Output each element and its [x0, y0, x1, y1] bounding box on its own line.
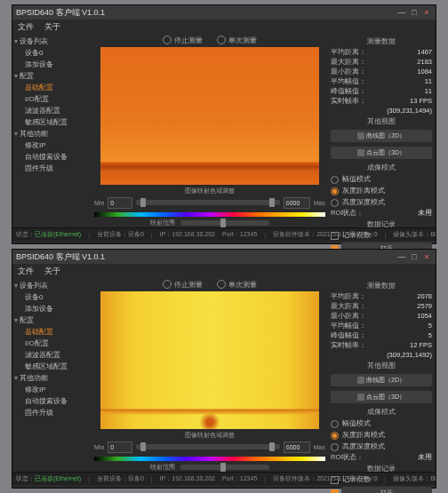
meas-title: 测量数据	[331, 281, 432, 290]
tree-other[interactable]: 其他功能	[14, 128, 91, 139]
extra-title: 其他视图	[331, 116, 432, 126]
slider-title: 图像映射色域调整	[185, 187, 235, 195]
tree-add-device[interactable]: 添加设备	[14, 303, 91, 314]
mode-depth-radio[interactable]: 高度深度模式	[331, 197, 432, 208]
color-spectrum	[94, 212, 325, 217]
center-panel: 停止测量 单次测量 图像映射色域调整 Min Max 映射范围	[92, 278, 327, 472]
mode-distance-radio[interactable]: 灰度距离模式	[331, 430, 432, 441]
minimize-button[interactable]: —	[396, 251, 407, 262]
tree-basic-config[interactable]: 基础配置	[14, 326, 91, 338]
close-button[interactable]: ×	[421, 251, 432, 262]
brightness-slider[interactable]	[180, 220, 269, 226]
tree-devices[interactable]: 设备列表	[14, 36, 91, 47]
range-knob-max[interactable]	[269, 442, 275, 451]
stop-icon	[163, 36, 172, 44]
brightness-slider[interactable]	[180, 465, 269, 470]
curve-2d-button[interactable]: 曲线图（2D）	[331, 130, 432, 142]
tree-config[interactable]: 配置	[14, 70, 91, 82]
cloud-3d-button[interactable]: 点云图（3D）	[331, 391, 432, 403]
tree-auto-search[interactable]: 自动搜索设备	[14, 395, 91, 407]
tree-config[interactable]: 配置	[14, 314, 91, 326]
cube-icon	[357, 394, 364, 401]
brightness-label: 映射范围	[150, 219, 175, 227]
menu-about[interactable]: 关于	[44, 266, 60, 277]
conn-status: 已连接(Ethernet)	[35, 475, 81, 481]
minimize-button[interactable]: —	[396, 7, 407, 18]
range-max-label: Max	[314, 444, 325, 450]
extra-title: 其他视图	[331, 361, 432, 370]
range-min-label: Min	[94, 200, 104, 206]
tree-device-0[interactable]: 设备0	[14, 47, 91, 59]
mode-amplitude-radio[interactable]: 幅值模式	[331, 418, 432, 429]
menu-file[interactable]: 文件	[18, 21, 34, 33]
tree-filter-config[interactable]: 滤波器配置	[14, 349, 91, 361]
range-max-input[interactable]	[284, 197, 310, 209]
tree-modify-ip[interactable]: 修改IP	[14, 384, 91, 395]
status-bar: 状态：已连接(Ethernet) | 当前设备：设备0 | IP：192.168…	[12, 472, 436, 485]
title-bar[interactable]: BPSID640 客户端 V1.0.1 — □ ×	[12, 5, 436, 20]
chart-icon	[357, 132, 364, 139]
status-bar: 状态：已连接(Ethernet) | 当前设备：设备0 | IP：192.168…	[12, 227, 436, 241]
tree-roi-config[interactable]: 敏感区域配置	[14, 361, 91, 372]
stop-measure-button[interactable]: 停止测量	[163, 280, 203, 290]
mode-amplitude-radio[interactable]: 幅值模式	[331, 174, 432, 185]
single-measure-button[interactable]: 单次测量	[217, 280, 257, 290]
tree-roi-config[interactable]: 敏感区域配置	[14, 116, 91, 128]
rec-title: 数据记录	[331, 464, 432, 473]
maximize-button[interactable]: □	[409, 7, 420, 18]
open-button[interactable]: 打开	[341, 487, 432, 493]
tree-basic-config[interactable]: 基础配置	[14, 82, 91, 93]
app-title: BPSID640 客户端 V1.0.1	[16, 251, 105, 263]
maximize-button[interactable]: □	[409, 251, 420, 262]
range-slider[interactable]	[136, 200, 279, 205]
tree-firmware[interactable]: 固件升级	[14, 163, 91, 174]
cursor-coord: (309,231,1492)	[387, 351, 432, 359]
single-measure-button[interactable]: 单次测量	[217, 36, 257, 45]
title-bar[interactable]: BPSID640 客户端 V1.0.1 — □ ×	[12, 250, 436, 264]
meas-title: 测量数据	[331, 36, 432, 46]
curve-2d-button[interactable]: 曲线图（2D）	[331, 374, 432, 386]
brightness-label: 映射范围	[150, 463, 175, 472]
stop-measure-button[interactable]: 停止测量	[163, 36, 203, 45]
close-button[interactable]: ×	[421, 7, 432, 18]
tree-filter-config[interactable]: 滤波器配置	[14, 105, 91, 116]
tree-auto-search[interactable]: 自动搜索设备	[14, 151, 91, 163]
range-max-label: Max	[314, 200, 325, 206]
tree-other[interactable]: 其他功能	[14, 372, 91, 384]
menu-about[interactable]: 关于	[44, 21, 60, 33]
brightness-knob[interactable]	[220, 219, 226, 227]
tree-device-0[interactable]: 设备0	[14, 291, 91, 303]
range-slider[interactable]	[136, 444, 279, 449]
tree-devices[interactable]: 设备列表	[14, 280, 91, 291]
range-max-input[interactable]	[284, 441, 310, 453]
range-min-input[interactable]	[108, 441, 132, 453]
modes-title: 成像模式	[331, 163, 432, 172]
rec-title: 数据记录	[331, 219, 432, 229]
tree-firmware[interactable]: 固件升级	[14, 407, 91, 418]
menu-bar: 文件 关于	[12, 20, 436, 34]
tree-io-config[interactable]: I/O配置	[14, 338, 91, 349]
range-knob-max[interactable]	[269, 198, 275, 207]
right-panel: 测量数据 平均距离：1467 最大距离：2183 最小距离：1084 平均幅值：…	[327, 34, 436, 227]
right-panel: 测量数据 平均距离：2078 最大距离：2579 最小距离：1054 平均幅值：…	[327, 278, 436, 472]
range-knob-min[interactable]	[140, 442, 146, 451]
tree-modify-ip[interactable]: 修改IP	[14, 139, 91, 151]
mode-distance-radio[interactable]: 灰度距离模式	[331, 186, 432, 196]
cloud-3d-button[interactable]: 点云图（3D）	[331, 147, 432, 159]
cursor-coord: (309,231,1494)	[387, 107, 432, 115]
brightness-knob[interactable]	[220, 463, 226, 472]
menu-bar: 文件 关于	[12, 264, 436, 278]
thermal-image[interactable]	[100, 47, 319, 185]
app-window-1: BPSID640 客户端 V1.0.1 — □ × 文件 关于 设备列表 设备0…	[12, 4, 436, 244]
range-knob-min[interactable]	[140, 198, 146, 207]
color-spectrum	[94, 457, 325, 461]
range-min-input[interactable]	[108, 197, 132, 209]
mode-depth-radio[interactable]: 高度深度模式	[331, 441, 432, 452]
thermal-image[interactable]	[100, 291, 319, 429]
range-min-label: Min	[94, 444, 104, 450]
center-panel: 停止测量 单次测量 图像映射色域调整 Min Max 映射范围	[92, 34, 327, 227]
tree-io-config[interactable]: I/O配置	[14, 93, 91, 105]
save-toggle[interactable]	[331, 487, 339, 493]
tree-add-device[interactable]: 添加设备	[14, 59, 91, 70]
menu-file[interactable]: 文件	[18, 266, 34, 277]
